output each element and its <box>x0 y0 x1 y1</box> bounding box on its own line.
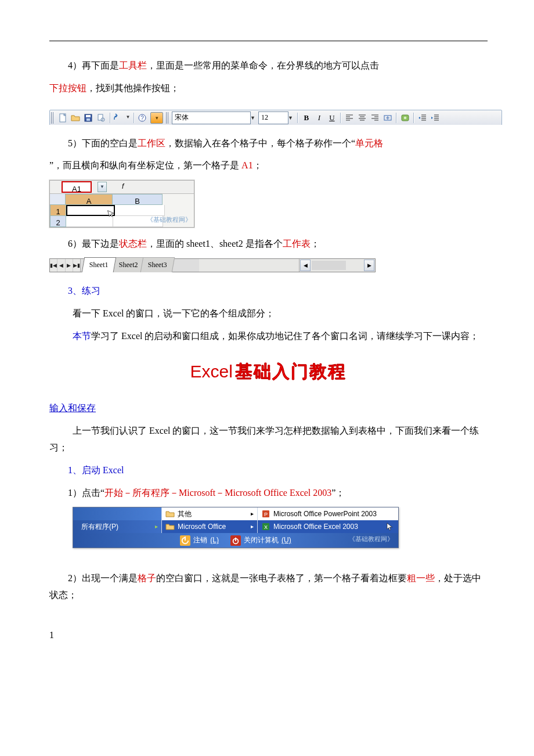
menu-label-other: 其他 <box>178 508 192 521</box>
excel-icon: X <box>261 522 270 531</box>
paragraph-4: 4）再下面是工具栏，里面是一些常用的菜单命令，在分界线的地方可以点击 <box>49 57 488 74</box>
logoff-label: 注销 <box>193 534 207 547</box>
column-header-a: A <box>66 194 113 205</box>
help-icon: ? <box>136 112 148 124</box>
text: ，里面是一些常用的菜单命令，在分界线的地方可以点击 <box>147 60 379 70</box>
sheet-tab-1-label: Sheet1 <box>89 259 109 272</box>
logoff-hotkey: (L) <box>210 534 219 547</box>
text: ”； <box>331 488 345 498</box>
cell-a2 <box>66 216 113 227</box>
intro-paragraph-2: 上一节我们认识了 Excel 的窗口，这一节我们来学习怎样把数据输入到表格中，下… <box>49 423 488 456</box>
save-icon <box>82 112 94 124</box>
term-toolbar: 工具栏 <box>119 60 147 70</box>
shutdown-hotkey: (U) <box>282 534 291 547</box>
toolbar-grip <box>51 112 55 124</box>
watermark: 《基础教程网》 <box>349 534 394 545</box>
step-1: 1）点击“开始－所有程序－Microsoft－Microsoft Office … <box>49 485 488 502</box>
cell-a1 <box>66 205 115 216</box>
term-workspace: 工作区 <box>138 138 165 148</box>
menu-label-excel: Microsoft Office Excel 2003 <box>273 521 358 534</box>
all-programs-label: 所有程序 <box>81 521 109 534</box>
term-cell: 单元格 <box>355 138 383 148</box>
dropdown-arrow-icon: ▼ <box>288 113 293 123</box>
submenu-arrow-icon: ▸ <box>155 521 158 532</box>
step-2: 2）出现一个满是格子的空白窗口，这就是一张电子表格了，第一个格子看着边框要粗一些… <box>49 570 488 604</box>
hscroll-left-icon: ◀ <box>300 260 311 271</box>
font-name-selector: 宋体 <box>172 111 251 124</box>
page-number: 1 <box>49 627 488 644</box>
font-size-value: 12 <box>261 111 268 124</box>
svg-text:X: X <box>264 524 268 530</box>
submenu-arrow-icon: ▸ <box>251 509 254 519</box>
logoff-icon <box>180 535 190 546</box>
text: 5）下面的空白是 <box>68 138 138 148</box>
toolbar-separator <box>340 111 342 124</box>
all-programs-hotkey: (P) <box>109 521 118 534</box>
figure-sheet-tabs: ▮◀ ◀ ▶ ▶▮ Sheet1 Sheet2 Sheet3 ◀ ▶ <box>49 258 376 272</box>
toolbar-overflow-icon: ▾ <box>150 112 163 124</box>
tab-nav-prev-icon: ◀ <box>57 259 65 272</box>
paragraph-6: 6）最下边是状态栏，里面的 sheet1、sheet2 是指各个工作表； <box>49 236 488 253</box>
svg-point-10 <box>404 116 407 119</box>
shutdown-button: 关闭计算机(U) <box>230 534 291 547</box>
new-file-icon <box>57 112 68 124</box>
tab-nav-last-icon: ▶▮ <box>73 259 80 272</box>
underline-icon: U <box>326 112 338 124</box>
summary-text: 学习了 Excel 的启动和窗口组成，如果你成功地记住了各个窗口名词，请继续学习… <box>91 331 479 341</box>
tab-spacer <box>199 259 299 272</box>
align-left-icon <box>344 112 355 124</box>
sheet-tab-1: Sheet1 <box>82 257 116 272</box>
shutdown-label: 关闭计算机 <box>244 534 279 547</box>
figure-excel-toolbar: ▼ ? ▾ 宋体 ▼ 12 ▼ B I U <box>49 110 502 125</box>
text: 的空白窗口，这就是一张电子表格了，第一个格子看着边框要 <box>156 573 407 583</box>
italic-icon: I <box>313 112 325 124</box>
font-name-value: 宋体 <box>175 111 189 124</box>
svg-text:?: ? <box>140 115 144 121</box>
input-save-link: 输入和保存 <box>49 403 96 413</box>
powerpoint-icon: P <box>261 509 270 519</box>
figure-start-menu: 其他 ▸ P Microsoft Office PowerPoint 2003 … <box>73 507 399 548</box>
toolbar-separator <box>132 111 135 124</box>
term-grid: 格子 <box>138 573 156 583</box>
shutdown-icon <box>230 535 241 546</box>
term-a1: A1 <box>241 160 253 170</box>
text: 2）出现一个满是 <box>68 573 138 583</box>
text: 6）最下边是 <box>68 239 119 249</box>
toolbar-grip <box>166 112 169 124</box>
menu-label-msoffice: Microsoft Office <box>178 521 226 534</box>
svg-rect-3 <box>86 118 90 121</box>
text: ，里面的 sheet1、sheet2 是指各个 <box>147 239 283 249</box>
tab-nav-first-icon: ▮◀ <box>50 259 57 272</box>
summary-lead: 本节 <box>73 331 91 341</box>
page-top-rule <box>49 41 488 41</box>
term-statusbar: 状态栏 <box>119 239 147 249</box>
start-menu-item-ppt: P Microsoft Office PowerPoint 2003 <box>257 507 398 520</box>
section-1-heading: 1、启动 Excel <box>49 462 488 479</box>
font-size-selector: 12 <box>258 111 288 124</box>
align-right-icon <box>369 112 381 124</box>
summary-paragraph: 本节学习了 Excel 的启动和窗口组成，如果你成功地记住了各个窗口名词，请继续… <box>49 328 488 345</box>
start-menu-item-excel: X Microsoft Office Excel 2003 <box>257 520 398 533</box>
svg-rect-4 <box>98 114 103 120</box>
row-header-2: 2 <box>50 216 66 227</box>
section-3-heading: 3、练习 <box>49 283 488 300</box>
term-bold-border: 粗一些 <box>407 573 435 583</box>
select-all-corner <box>50 194 66 205</box>
paragraph-4-line2: 下拉按钮，找到其他操作按钮； <box>49 80 488 97</box>
name-box-dropdown-icon: ▼ <box>98 182 107 192</box>
figure-namebox-grid: A1 ▼ f A B 1 2 《基础教程网》 <box>49 180 194 228</box>
menu-label-ppt: Microsoft Office PowerPoint 2003 <box>273 508 377 521</box>
term-dropdown-button: 下拉按钮 <box>49 83 86 93</box>
cursor-icon <box>387 523 395 531</box>
undo-dropdown-icon: ▼ <box>125 112 131 124</box>
text: ”，而且横向和纵向有坐标定位，第一个格子是 <box>49 160 241 170</box>
svg-text:P: P <box>264 512 268 517</box>
text: 4）再下面是 <box>68 60 119 70</box>
term-start-path: 开始－所有程序－Microsoft－Microsoft Office Excel… <box>104 488 331 498</box>
sheet-tab-2-label: Sheet2 <box>118 259 138 272</box>
submenu-arrow-icon: ▸ <box>251 521 254 532</box>
hscroll-track <box>312 261 346 270</box>
start-menu-left-blank <box>73 507 161 520</box>
dropdown-arrow-icon: ▼ <box>250 113 255 123</box>
logoff-button: 注销(L) <box>180 534 219 547</box>
